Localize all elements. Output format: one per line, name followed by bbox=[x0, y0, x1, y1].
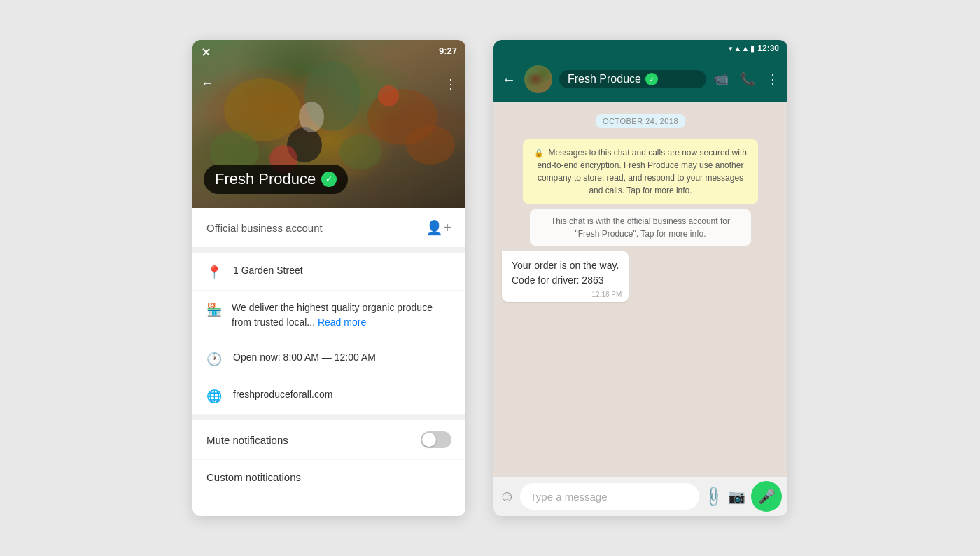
shop-icon: 🏪 bbox=[206, 302, 220, 317]
battery-icon: ▮ bbox=[750, 44, 755, 53]
svg-point-8 bbox=[378, 85, 399, 106]
divider-2 bbox=[192, 415, 465, 420]
check-icon: ✓ bbox=[326, 174, 332, 184]
message-time: 12:18 PM bbox=[592, 291, 622, 298]
mute-notifications-row: Mute notifications bbox=[192, 420, 465, 460]
signal-icon: ▲▲ bbox=[734, 44, 750, 53]
business-name-pill: Fresh Produce ✓ bbox=[204, 165, 348, 194]
custom-notifications-row[interactable]: Custom notitications bbox=[192, 460, 465, 494]
custom-notifications-label: Custom notitications bbox=[206, 471, 301, 483]
video-call-icon[interactable]: 📹 bbox=[713, 71, 729, 87]
business-name-overlay: Fresh Produce ✓ bbox=[204, 165, 348, 194]
verified-badge: ✓ bbox=[321, 172, 337, 187]
date-text: OCTOBER 24, 2018 bbox=[596, 114, 685, 128]
encryption-text: Messages to this chat and calls are now … bbox=[538, 148, 747, 195]
status-time: 9:27 bbox=[439, 46, 457, 56]
chat-input-bar: ☺ Type a message 📎 📷 🎤 bbox=[493, 477, 788, 516]
camera-icon[interactable]: 📷 bbox=[728, 488, 746, 505]
official-account-label: Official business account bbox=[206, 222, 323, 234]
status-bar: ▾ ▲▲ ▮ 12:30 bbox=[493, 40, 788, 57]
svg-point-6 bbox=[406, 125, 455, 165]
toggle-knob bbox=[422, 433, 436, 447]
close-icon[interactable]: ✕ bbox=[201, 45, 211, 60]
avatar-image bbox=[524, 65, 552, 93]
add-contact-icon[interactable]: 👤+ bbox=[426, 219, 451, 236]
official-business-notice[interactable]: This chat is with the official business … bbox=[530, 209, 752, 246]
website-link[interactable]: freshproduceforall.com bbox=[233, 387, 332, 402]
mute-label: Mute notifications bbox=[206, 434, 288, 446]
chat-avatar[interactable] bbox=[524, 65, 552, 93]
address-text: 1 Garden Street bbox=[233, 263, 303, 278]
read-more-link[interactable]: Read more bbox=[318, 317, 366, 328]
address-row: 📍 1 Garden Street bbox=[192, 253, 465, 291]
bubble-line2: Code for driver: 2863 bbox=[512, 273, 619, 288]
input-placeholder: Type a message bbox=[530, 491, 607, 503]
date-badge: OCTOBER 24, 2018 bbox=[502, 114, 779, 128]
hours-text: Open now: 8:00 AM — 12:00 AM bbox=[233, 350, 376, 365]
profile-header-image: ✕ 9:27 ← ⋮ Fresh Produce ✓ bbox=[192, 40, 465, 208]
header-top-bar: ✕ 9:27 bbox=[192, 40, 465, 65]
description-row: 🏪 We deliver the highest quality organic… bbox=[192, 291, 465, 340]
mic-icon: 🎤 bbox=[758, 488, 776, 505]
emoji-button[interactable]: ☺ bbox=[499, 487, 514, 506]
chat-contact-name: Fresh Produce bbox=[568, 73, 641, 85]
chat-name-pill: Fresh Produce ✓ bbox=[559, 70, 706, 88]
business-name: Fresh Produce bbox=[215, 170, 316, 188]
lock-icon: 🔒 bbox=[534, 148, 544, 157]
svg-point-9 bbox=[299, 102, 324, 132]
bubble-line1: Your order is on the way. bbox=[512, 258, 619, 273]
globe-icon: 🌐 bbox=[206, 389, 222, 404]
chat-back-icon[interactable]: ← bbox=[502, 71, 516, 88]
wifi-icon: ▾ bbox=[729, 44, 733, 53]
chat-header: ← Fresh Produce ✓ 📹 📞 ⋮ bbox=[493, 57, 788, 102]
signal-icons: ▾ ▲▲ ▮ bbox=[729, 44, 755, 53]
attachment-icon[interactable]: 📎 bbox=[701, 485, 726, 509]
back-arrow-icon[interactable]: ← bbox=[201, 76, 214, 91]
description-text: We deliver the highest quality organic p… bbox=[232, 300, 451, 330]
encryption-notice[interactable]: 🔒 Messages to this chat and calls are no… bbox=[523, 139, 759, 204]
menu-dots-icon[interactable]: ⋮ bbox=[444, 76, 457, 92]
received-message-bubble: Your order is on the way. Code for drive… bbox=[502, 251, 629, 302]
profile-info-section: Official business account 👤+ 📍 1 Garden … bbox=[192, 208, 465, 516]
official-notice-text: This chat is with the official business … bbox=[551, 216, 730, 239]
mute-toggle[interactable] bbox=[421, 431, 451, 448]
chat-verified-badge: ✓ bbox=[645, 73, 658, 85]
chat-header-actions: 📹 📞 ⋮ bbox=[713, 71, 779, 87]
microphone-button[interactable]: 🎤 bbox=[751, 481, 782, 512]
hours-row: 🕐 Open now: 8:00 AM — 12:00 AM bbox=[192, 340, 465, 377]
profile-screen: ✕ 9:27 ← ⋮ Fresh Produce ✓ Official busi… bbox=[192, 40, 465, 516]
official-account-row: Official business account 👤+ bbox=[192, 208, 465, 248]
chat-time: 12:30 bbox=[757, 43, 779, 53]
website-row: 🌐 freshproduceforall.com bbox=[192, 377, 465, 415]
location-icon: 📍 bbox=[206, 265, 222, 280]
chat-check-icon: ✓ bbox=[649, 76, 654, 83]
voice-call-icon[interactable]: 📞 bbox=[740, 71, 755, 87]
message-input-field[interactable]: Type a message bbox=[520, 483, 699, 510]
chat-screen: ▾ ▲▲ ▮ 12:30 ← Fresh Produce ✓ 📹 📞 ⋮ OCT… bbox=[493, 40, 788, 516]
divider-1 bbox=[192, 248, 465, 253]
clock-icon: 🕐 bbox=[206, 352, 222, 367]
chat-messages: OCTOBER 24, 2018 🔒 Messages to this chat… bbox=[493, 102, 788, 477]
chat-menu-icon[interactable]: ⋮ bbox=[766, 71, 779, 87]
